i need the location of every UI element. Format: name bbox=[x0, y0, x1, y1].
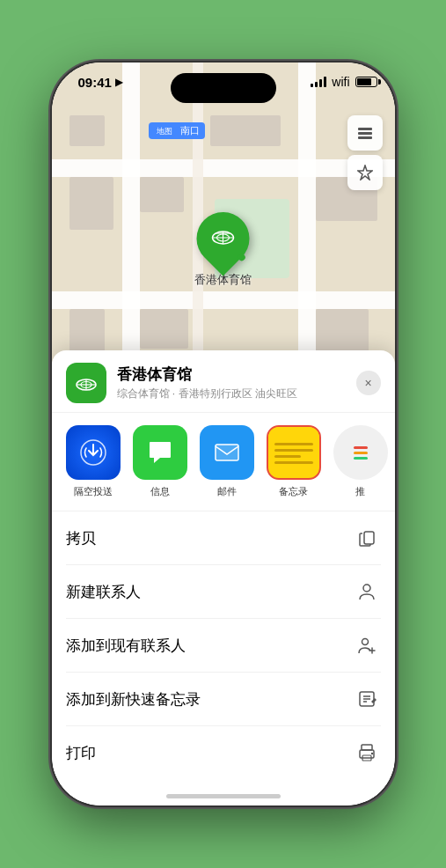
action-list: 拷贝 新建联系人 bbox=[52, 511, 395, 779]
action-new-contact[interactable]: 新建联系人 bbox=[66, 565, 381, 619]
share-item-more[interactable]: 推 bbox=[333, 425, 388, 498]
close-label: × bbox=[364, 376, 371, 390]
signal-bar-2 bbox=[315, 82, 318, 87]
notes-line-4 bbox=[274, 461, 313, 464]
mail-icon bbox=[200, 425, 254, 480]
location-label: 地图 南口 bbox=[149, 122, 205, 139]
notes-lines-container bbox=[274, 443, 313, 464]
quick-note-icon bbox=[353, 685, 381, 713]
messages-label: 信息 bbox=[150, 485, 170, 498]
svg-point-16 bbox=[362, 639, 368, 645]
mail-symbol bbox=[212, 438, 242, 467]
svg-rect-12 bbox=[216, 445, 238, 460]
sheet-header: 香港体育馆 综合体育馆 · 香港特别行政区 油尖旺区 × bbox=[52, 350, 395, 413]
svg-rect-1 bbox=[358, 132, 372, 135]
more-icon bbox=[333, 425, 388, 480]
svg-rect-0 bbox=[358, 128, 372, 130]
copy-icon bbox=[353, 524, 381, 552]
notes-icon-top bbox=[268, 427, 319, 441]
svg-rect-14 bbox=[364, 532, 374, 544]
more-dot-green bbox=[354, 457, 368, 460]
share-item-messages[interactable]: 信息 bbox=[133, 425, 187, 498]
signal-bars-icon bbox=[311, 77, 326, 87]
building-2 bbox=[140, 177, 184, 212]
signal-bar-1 bbox=[311, 84, 313, 87]
action-copy-label: 拷贝 bbox=[66, 528, 96, 548]
building-4 bbox=[69, 115, 105, 146]
dynamic-island bbox=[171, 73, 276, 103]
messages-symbol bbox=[145, 438, 175, 467]
signal-bar-3 bbox=[319, 79, 322, 87]
action-add-note-label: 添加到新快速备忘录 bbox=[66, 689, 201, 710]
svg-point-26 bbox=[370, 753, 372, 754]
more-dot-orange bbox=[354, 452, 368, 454]
airdrop-symbol bbox=[78, 438, 108, 467]
location-icon bbox=[357, 165, 373, 180]
venue-info: 香港体育馆 综合体育馆 · 香港特别行政区 油尖旺区 bbox=[117, 364, 356, 401]
new-contact-icon bbox=[353, 577, 381, 606]
printer-symbol bbox=[357, 743, 377, 762]
map-label-icon: 地图 bbox=[154, 126, 175, 136]
road-h-2 bbox=[52, 291, 395, 309]
road-h-1 bbox=[52, 159, 395, 177]
home-indicator bbox=[166, 794, 281, 798]
notes-line-3 bbox=[274, 455, 302, 458]
building-1 bbox=[69, 177, 113, 230]
close-button[interactable]: × bbox=[356, 371, 381, 395]
sheet-venue-subtitle: 综合体育馆 · 香港特别行政区 油尖旺区 bbox=[117, 386, 356, 401]
venue-stadium-icon bbox=[75, 371, 98, 394]
notes-line-2 bbox=[274, 449, 313, 452]
copy-symbol bbox=[357, 528, 377, 548]
location-name: 南口 bbox=[180, 125, 200, 136]
more-dot-red bbox=[354, 446, 368, 449]
pin-circle bbox=[186, 202, 260, 276]
map-controls[interactable] bbox=[347, 115, 383, 190]
messages-icon bbox=[133, 425, 187, 480]
action-copy[interactable]: 拷贝 bbox=[66, 511, 381, 565]
building-6 bbox=[69, 309, 105, 353]
add-contact-icon bbox=[353, 631, 381, 659]
stadium-icon bbox=[210, 223, 237, 249]
notes-icon bbox=[267, 425, 321, 480]
building-5 bbox=[210, 115, 281, 146]
more-dots bbox=[354, 446, 368, 460]
mail-label: 邮件 bbox=[217, 485, 237, 498]
share-item-airdrop[interactable]: 隔空投送 bbox=[66, 425, 121, 498]
wifi-icon: wifi bbox=[332, 75, 349, 89]
battery-icon bbox=[355, 77, 377, 87]
share-item-notes[interactable]: 备忘录 bbox=[267, 425, 321, 498]
pin-inner-icon bbox=[210, 223, 237, 254]
more-label: 推 bbox=[355, 485, 365, 498]
svg-rect-23 bbox=[362, 745, 372, 750]
map-layers-button[interactable] bbox=[347, 115, 383, 151]
svg-rect-2 bbox=[358, 136, 372, 139]
person-add-symbol bbox=[357, 636, 377, 655]
signal-bar-4 bbox=[324, 77, 326, 87]
phone-frame: 09:41 ▶ wifi bbox=[52, 63, 395, 805]
share-item-mail[interactable]: 邮件 bbox=[200, 425, 254, 498]
action-new-contact-label: 新建联系人 bbox=[66, 582, 141, 602]
location-arrow-icon: ▶ bbox=[115, 77, 122, 88]
layers-icon bbox=[356, 124, 374, 142]
venue-pin: 香港体育馆 bbox=[194, 212, 252, 288]
time-display: 09:41 bbox=[78, 75, 112, 90]
action-print[interactable]: 打印 bbox=[66, 726, 381, 779]
action-print-label: 打印 bbox=[66, 743, 96, 763]
notes-label: 备忘录 bbox=[279, 485, 308, 498]
status-icons: wifi bbox=[311, 75, 377, 89]
notes-line-1 bbox=[274, 443, 313, 445]
action-add-note[interactable]: 添加到新快速备忘录 bbox=[66, 673, 381, 726]
action-add-existing[interactable]: 添加到现有联系人 bbox=[66, 619, 381, 673]
location-button[interactable] bbox=[347, 155, 383, 190]
person-symbol bbox=[357, 582, 377, 601]
sheet-venue-name: 香港体育馆 bbox=[117, 364, 356, 385]
bottom-sheet: 香港体育馆 综合体育馆 · 香港特别行政区 油尖旺区 × bbox=[52, 350, 395, 805]
phone-screen: 09:41 ▶ wifi bbox=[52, 63, 395, 805]
print-icon bbox=[353, 739, 381, 767]
share-row: 隔空投送 信息 bbox=[52, 413, 395, 511]
svg-point-15 bbox=[363, 585, 370, 592]
status-time: 09:41 ▶ bbox=[78, 75, 122, 90]
building-7 bbox=[140, 309, 188, 349]
airdrop-icon bbox=[66, 425, 121, 480]
battery-fill bbox=[357, 78, 372, 85]
